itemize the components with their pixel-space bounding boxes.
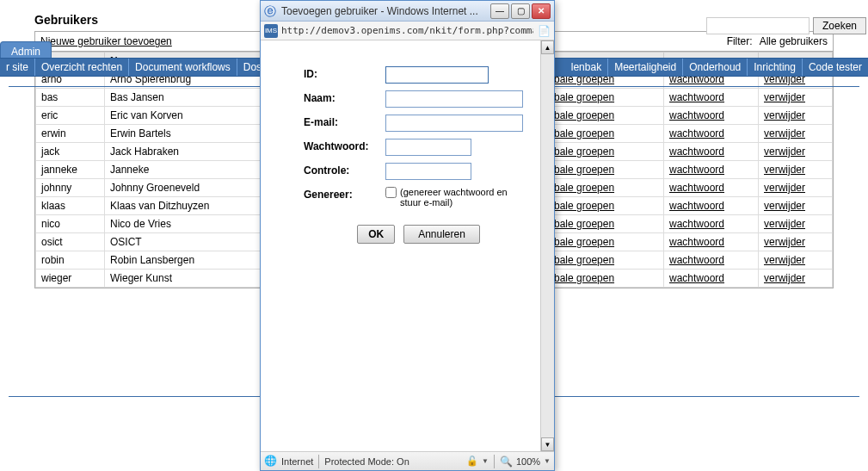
link-delete[interactable]: verwijder: [764, 254, 805, 266]
label-id: ID:: [304, 66, 385, 80]
dialog-titlebar[interactable]: ⓔ Toevoegen gebruiker - Windows Internet…: [261, 1, 554, 22]
nav-item[interactable]: Inrichting: [748, 59, 803, 76]
cancel-button[interactable]: Annuleren: [403, 225, 480, 244]
ie-icon: ⓔ: [264, 4, 278, 18]
dialog-body: ID: Naam: E-mail: Wachtwoord: Controle: …: [261, 40, 554, 451]
close-button[interactable]: ✕: [532, 3, 551, 19]
checkbox-generate[interactable]: [385, 187, 397, 198]
cell-id[interactable]: johnny: [36, 179, 105, 197]
globe-icon: 🌐: [264, 455, 278, 468]
new-user-link[interactable]: Nieuwe gebruiker toevoegen: [40, 35, 172, 47]
page-icon[interactable]: 📄: [537, 24, 551, 38]
label-email: E-mail:: [304, 115, 385, 128]
link-delete[interactable]: verwijder: [764, 164, 805, 176]
search-button[interactable]: Zoeken: [813, 17, 866, 34]
scroll-down-icon[interactable]: ▼: [541, 437, 554, 451]
link-delete[interactable]: verwijder: [764, 127, 805, 139]
link-delete[interactable]: verwijder: [764, 200, 805, 212]
link-password[interactable]: wachtwoord: [669, 218, 724, 230]
link-password[interactable]: wachtwoord: [669, 127, 724, 139]
cell-id[interactable]: wieger: [36, 270, 105, 288]
link-delete[interactable]: verwijder: [764, 236, 805, 248]
input-password[interactable]: [385, 139, 471, 156]
link-delete[interactable]: verwijder: [764, 182, 805, 194]
link-password[interactable]: wachtwoord: [669, 236, 724, 248]
chevron-down-icon[interactable]: ▼: [482, 457, 489, 465]
cell-id[interactable]: jack: [36, 143, 105, 161]
filter-value[interactable]: Alle gebruikers: [760, 35, 828, 47]
nav-item[interactable]: Meertaligheid: [608, 59, 683, 76]
cell-id[interactable]: osict: [36, 233, 105, 251]
cell-id[interactable]: robin: [36, 251, 105, 270]
search-input[interactable]: [706, 17, 810, 34]
nav-item[interactable]: lenbak: [565, 59, 608, 76]
nav-item[interactable]: Document workflows: [129, 59, 237, 76]
zoom-level: 100%: [516, 456, 540, 467]
input-name[interactable]: [385, 90, 523, 108]
link-delete[interactable]: verwijder: [764, 109, 805, 121]
link-delete[interactable]: verwijder: [764, 146, 805, 158]
link-password[interactable]: wachtwoord: [669, 272, 724, 284]
cell-id[interactable]: janneke: [36, 161, 105, 179]
label-password: Wachtwoord:: [304, 139, 385, 152]
cell-id[interactable]: erwin: [36, 125, 105, 143]
link-delete[interactable]: verwijder: [764, 272, 805, 284]
nav-item[interactable]: Code tester: [803, 59, 868, 76]
status-protected: Protected Mode: On: [324, 456, 409, 467]
filter-label: Filter:: [727, 35, 753, 47]
ims-badge-icon: IMS: [264, 24, 278, 38]
cell-id[interactable]: klaas: [36, 197, 105, 215]
label-generate: Genereer:: [304, 187, 385, 201]
cell-id[interactable]: nico: [36, 215, 105, 233]
dialog-title: Toevoegen gebruiker - Windows Internet .…: [281, 5, 478, 17]
zoom-icon[interactable]: 🔍: [500, 456, 513, 468]
address-bar: IMS http://demov3.openims.com/nkit/form.…: [261, 22, 554, 40]
link-password[interactable]: wachtwoord: [669, 254, 724, 266]
status-internet: Internet: [281, 456, 313, 467]
url-text[interactable]: http://demov3.openims.com/nkit/form.php?…: [281, 25, 533, 36]
add-user-dialog: ⓔ Toevoegen gebruiker - Windows Internet…: [260, 0, 555, 471]
input-control[interactable]: [385, 163, 471, 180]
link-password[interactable]: wachtwoord: [669, 200, 724, 212]
cell-id[interactable]: eric: [36, 107, 105, 125]
maximize-button[interactable]: ▢: [511, 3, 530, 19]
link-password[interactable]: wachtwoord: [669, 109, 724, 121]
generate-text: (genereer wachtwoord en stuur e-mail): [400, 187, 529, 208]
nav-item[interactable]: r site: [0, 59, 35, 76]
scroll-up-icon[interactable]: ▲: [541, 40, 554, 54]
link-delete[interactable]: verwijder: [764, 218, 805, 230]
security-icon[interactable]: 🔓: [466, 456, 478, 467]
ok-button[interactable]: OK: [357, 225, 395, 244]
link-password[interactable]: wachtwoord: [669, 164, 724, 176]
label-control: Controle:: [304, 163, 385, 177]
input-id[interactable]: [385, 66, 489, 84]
scrollbar[interactable]: ▲ ▼: [540, 40, 554, 451]
link-password[interactable]: wachtwoord: [669, 146, 724, 158]
minimize-button[interactable]: —: [490, 3, 509, 19]
status-bar: 🌐 Internet Protected Mode: On 🔓 ▼ 🔍 100%…: [261, 451, 554, 470]
nav-item[interactable]: Onderhoud: [683, 59, 748, 76]
label-name: Naam:: [304, 90, 385, 104]
nav-item[interactable]: Overzicht rechten: [35, 59, 129, 76]
chevron-down-icon[interactable]: ▼: [544, 457, 551, 465]
input-email[interactable]: [385, 115, 523, 132]
link-password[interactable]: wachtwoord: [669, 182, 724, 194]
